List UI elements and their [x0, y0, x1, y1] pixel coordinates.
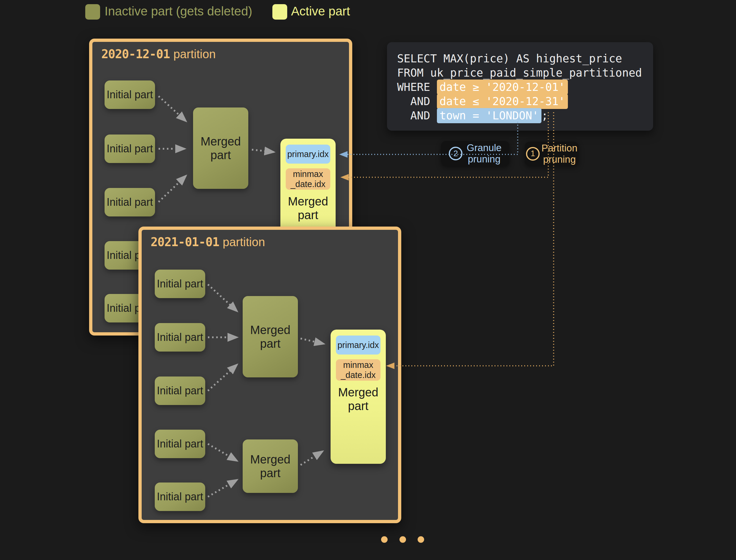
partition-title: 2020-12-01partition: [101, 47, 216, 61]
legend-active-label: Active part: [291, 3, 350, 20]
granule-word: Granule: [467, 142, 501, 153]
partition-pruning-diagram: Inactive part (gets deleted) Active part…: [0, 0, 736, 560]
sql-line-where: WHERE date ≥ '2020-12-01': [397, 80, 642, 94]
initial-part-label: Initial part: [157, 331, 203, 344]
carousel-dot-2[interactable]: [400, 536, 406, 543]
initial-part-label: Initial part: [107, 143, 153, 155]
merged-part-label: Merged part: [193, 135, 248, 162]
pruning-word: pruning: [543, 154, 576, 165]
pruning-word: pruning: [468, 154, 501, 164]
merged-part-box: Merged part: [193, 107, 248, 189]
initial-part-label: Initial part: [157, 385, 203, 397]
step-2-circle-icon: 2: [449, 147, 463, 160]
initial-part-box: Initial part: [155, 483, 205, 511]
partition-suffix: partition: [223, 235, 265, 249]
initial-part-box: Initial part: [105, 80, 155, 109]
sql-line-and-2: AND town = 'LONDON';: [397, 109, 642, 123]
initial-part-label: Initial part: [157, 491, 203, 503]
partition-suffix: partition: [173, 48, 216, 61]
sql-select-text: SELECT MAX(price) AS highest_price: [397, 52, 622, 65]
primary-idx-badge: primary.idx: [336, 336, 381, 355]
sql-line-from: FROM uk_price_paid_simple_partitioned: [397, 66, 642, 80]
carousel-dot-1[interactable]: [381, 536, 388, 543]
initial-part-label: Initial part: [107, 196, 153, 208]
sql-town-condition: town = 'LONDON': [437, 108, 542, 123]
step-1-circle-icon: 1: [526, 147, 540, 161]
partition-date: 2021-01-01: [151, 235, 219, 249]
initial-part-box: Initial part: [155, 270, 205, 298]
minmax-date-idx-badge: minmax _date.idx: [336, 359, 381, 381]
merged-part-label: Merged part: [243, 453, 298, 480]
merged-part-label: Merged part: [243, 323, 298, 350]
partition-title: 2021-01-01partition: [151, 235, 265, 249]
legend-active-swatch: [272, 4, 287, 20]
sql-and-keyword: AND: [397, 109, 437, 122]
sql-date-condition-2: date ≤ '2020-12-31': [437, 94, 568, 109]
partition-2021-01-01: 2021-01-01partition Initial part Initial…: [138, 227, 401, 523]
sql-line-select: SELECT MAX(price) AS highest_price: [397, 52, 642, 66]
active-merged-part-label: Merged part: [330, 385, 386, 413]
sql-semicolon: ;: [542, 109, 548, 122]
partition-pruning-label: Partitionpruning: [542, 143, 577, 165]
merged-part-box: Merged part: [243, 296, 298, 377]
partition-pruning-badge: 1 Partitionpruning: [525, 142, 579, 166]
initial-part-box: Initial part: [105, 188, 155, 216]
sql-date-condition-1: date ≥ '2020-12-01': [437, 80, 568, 95]
partition-word: Partition: [542, 143, 577, 154]
initial-part-box: Initial part: [155, 377, 205, 405]
granule-pruning-badge: 2 Granulepruning: [441, 141, 509, 166]
initial-part-box: Initial part: [105, 135, 155, 163]
merged-part-box: Merged part: [243, 439, 298, 493]
initial-part-label: Initial part: [157, 438, 203, 450]
sql-where-keyword: WHERE: [397, 81, 437, 94]
active-merged-part-label: Merged part: [280, 194, 335, 222]
legend-inactive-swatch: [85, 4, 100, 20]
legend-inactive-label: Inactive part (gets deleted): [105, 3, 252, 20]
partition-date: 2020-12-01: [101, 47, 170, 61]
initial-part-label: Initial part: [157, 278, 203, 290]
active-merged-part-box: primary.idx minmax _date.idx Merged part: [330, 330, 386, 464]
sql-and-keyword: AND: [397, 95, 437, 108]
primary-idx-badge: primary.idx: [286, 145, 330, 164]
initial-part-box: Initial part: [155, 430, 205, 458]
sql-line-and-1: AND date ≤ '2020-12-31': [397, 94, 642, 109]
carousel-dot-3[interactable]: [418, 536, 424, 543]
sql-from-text: FROM uk_price_paid_simple_partitioned: [397, 67, 642, 79]
sql-query-panel: SELECT MAX(price) AS highest_price FROM …: [387, 42, 653, 131]
initial-part-box: Initial part: [155, 323, 205, 352]
sql-code: SELECT MAX(price) AS highest_price FROM …: [397, 52, 642, 123]
granule-pruning-label: Granulepruning: [467, 142, 501, 165]
minmax-date-idx-badge: minmax _date.idx: [286, 168, 330, 190]
initial-part-label: Initial part: [107, 88, 153, 101]
